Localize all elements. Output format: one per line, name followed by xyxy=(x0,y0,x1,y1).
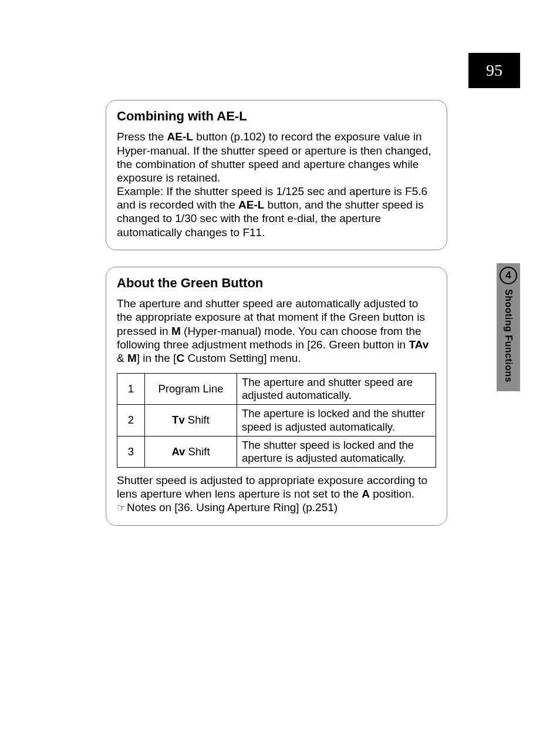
box2-after-table: Shutter speed is adjusted to appropriate… xyxy=(117,474,436,515)
page-number: 95 xyxy=(468,53,520,88)
box2-intro-c: ] in the [ xyxy=(137,352,177,364)
mode-m2-label: M xyxy=(127,352,137,364)
menu-c-label: C xyxy=(176,352,184,364)
row-num: 3 xyxy=(117,436,145,467)
box2-heading: About the Green Button xyxy=(117,276,436,291)
box1-body: Press the AE-L button (p.102) to record … xyxy=(117,130,436,239)
chapter-tab: 4 Shooting Functions xyxy=(497,263,520,391)
page-content: Combining with AE-L Press the AE-L butto… xyxy=(106,100,447,542)
row-desc: The aperture is locked and the shutter s… xyxy=(237,405,436,436)
box1-p1a: Press the xyxy=(117,130,167,143)
row-name: Program Line xyxy=(145,374,237,405)
mode-m-label: M xyxy=(171,325,181,337)
info-box-ael: Combining with AE-L Press the AE-L butto… xyxy=(106,100,447,250)
row-num: 2 xyxy=(117,405,145,436)
box1-heading-prefix: Combining with xyxy=(117,109,217,123)
chapter-number-badge: 4 xyxy=(500,267,517,284)
table-row: 2 Tv Shift The aperture is locked and th… xyxy=(117,405,436,436)
row-name: Tv Shift xyxy=(145,405,237,436)
row-num: 1 xyxy=(117,374,145,405)
box2-intro-d: Custom Setting] menu. xyxy=(184,352,301,364)
mode-tav-label: TAv xyxy=(409,338,429,351)
box1-heading-bold: AE-L xyxy=(217,109,247,123)
table-row: 1 Program Line The aperture and shutter … xyxy=(117,374,436,405)
box1-heading: Combining with AE-L xyxy=(117,109,436,124)
box2-after-b: position. xyxy=(370,488,414,500)
box2-intro-amp: & xyxy=(117,352,127,364)
adjustment-methods-table: 1 Program Line The aperture and shutter … xyxy=(117,373,436,468)
box2-intro: The aperture and shutter speed are autom… xyxy=(117,297,436,365)
position-a-label: A xyxy=(362,488,370,500)
box1-p1b: AE-L xyxy=(167,130,193,143)
table-row: 3 Av Shift The shutter speed is locked a… xyxy=(117,436,436,467)
box2-note-text: Notes on [36. Using Aperture Ring] (p.25… xyxy=(127,501,338,513)
row-desc: The shutter speed is locked and the aper… xyxy=(237,436,436,467)
pointer-icon: ☞ xyxy=(117,502,126,515)
row-desc: The aperture and shutter speed are adjus… xyxy=(237,374,436,405)
chapter-title: Shooting Functions xyxy=(502,289,514,382)
box1-p2b: AE-L xyxy=(238,199,264,211)
info-box-green-button: About the Green Button The aperture and … xyxy=(106,267,447,526)
row-name: Av Shift xyxy=(145,436,237,467)
